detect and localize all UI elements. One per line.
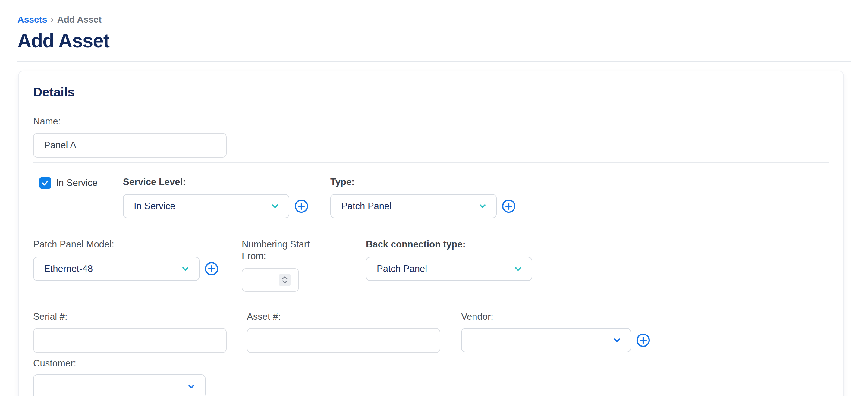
serial-field: Serial #: [33,311,247,353]
service-row: In Service Service Level: In Service Typ… [33,165,829,218]
service-level-field: Service Level: In Service [123,176,330,218]
back-connection-type-select[interactable]: Patch Panel [366,257,532,281]
numbering-stepper[interactable] [279,274,290,286]
row-divider [33,225,829,225]
breadcrumb-current: Add Asset [57,14,101,25]
service-level-value: In Service [134,201,176,212]
back-connection-type-label: Back connection type: [366,239,532,250]
serial-row: Serial #: Asset #: Vendor: [33,301,829,353]
patch-panel-model-field: Patch Panel Model: Ethernet-48 [33,239,242,281]
model-row: Patch Panel Model: Ethernet-48 Numbering… [33,228,829,292]
details-card: Details Name: In Service Service Level: … [18,70,844,396]
numbering-start-input-wrap [242,268,299,292]
breadcrumb: Assets › Add Asset [18,14,868,25]
patch-panel-model-label: Patch Panel Model: [33,239,242,250]
plus-circle-icon [636,333,650,347]
plus-circle-icon [501,199,516,213]
service-level-select[interactable]: In Service [123,194,289,218]
row-divider [33,298,829,298]
add-vendor-button[interactable] [636,333,650,347]
add-service-level-button[interactable] [294,199,309,213]
vendor-field: Vendor: [461,311,650,352]
plus-circle-icon [294,199,309,213]
vendor-select[interactable] [461,328,631,352]
chevron-down-icon [186,381,196,392]
name-label: Name: [33,116,829,127]
in-service-label: In Service [56,178,98,188]
asset-input[interactable] [247,328,440,353]
customer-select[interactable] [33,374,206,396]
name-input[interactable] [33,133,227,158]
chevron-down-icon [612,335,622,345]
page-title: Add Asset [18,30,868,52]
type-value: Patch Panel [341,201,392,212]
patch-panel-model-value: Ethernet-48 [44,264,93,274]
add-patch-panel-model-button[interactable] [204,262,219,276]
in-service-field: In Service [33,176,123,189]
type-label: Type: [330,176,516,187]
asset-field: Asset #: [247,311,461,353]
numbering-start-field: Numbering Start From: [242,239,366,292]
type-field: Type: Patch Panel [330,176,516,218]
breadcrumb-assets-link[interactable]: Assets [18,14,47,25]
type-select[interactable]: Patch Panel [330,194,497,218]
page-header: Assets › Add Asset Add Asset [0,0,868,52]
chevron-down-icon [513,264,523,274]
chevron-up-icon [282,276,287,279]
numbering-start-label: Numbering Start From: [242,239,323,262]
back-connection-type-value: Patch Panel [377,264,427,274]
customer-label: Customer: [33,358,76,369]
header-divider [18,61,851,62]
service-level-label: Service Level: [123,176,330,187]
chevron-down-icon [477,201,488,211]
plus-circle-icon [204,262,219,276]
serial-label: Serial #: [33,311,247,322]
chevron-down-icon [282,280,287,283]
serial-input[interactable] [33,328,227,353]
patch-panel-model-select[interactable]: Ethernet-48 [33,257,199,281]
chevron-down-icon [180,264,190,274]
back-connection-type-field: Back connection type: Patch Panel [366,239,532,281]
vendor-label: Vendor: [461,311,650,322]
breadcrumb-separator-icon: › [51,15,53,24]
chevron-down-icon [270,201,280,211]
check-icon [41,179,50,187]
details-heading: Details [33,85,829,99]
customer-row: Customer: [33,353,829,396]
add-type-button[interactable] [501,199,516,213]
asset-label: Asset #: [247,311,461,322]
row-divider [33,162,829,163]
in-service-checkbox[interactable] [39,177,51,189]
